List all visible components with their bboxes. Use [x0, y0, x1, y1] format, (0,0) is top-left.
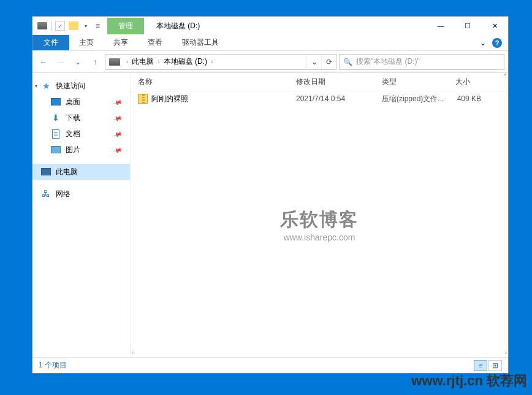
corner-watermark: www.rjtj.cn 软荐网 — [411, 372, 527, 390]
sidebar-documents[interactable]: 文档 📌 — [32, 126, 130, 142]
refresh-button[interactable]: ⟳ — [321, 55, 336, 69]
sidebar-pictures[interactable]: 图片 📌 — [32, 142, 130, 158]
pin-icon: 📌 — [113, 113, 123, 123]
ribbon-tab-share[interactable]: 共享 — [104, 35, 138, 50]
sidebar-label: 桌面 — [66, 97, 80, 107]
titlebar: ✓ ▾ ≡ 管理 本地磁盘 (D:) — ☐ ✕ — [32, 17, 508, 35]
qat-customize-icon[interactable]: ≡ — [93, 21, 102, 30]
close-button[interactable]: ✕ — [481, 17, 508, 35]
pictures-icon — [51, 146, 61, 153]
column-headers: 名称 修改日期 类型 大小 — [131, 73, 508, 91]
file-row[interactable]: 阿刚的裸照 2021/7/14 0:54 压缩(zipped)文件... 409… — [131, 91, 508, 106]
breadcrumb-sep[interactable]: › — [124, 58, 131, 65]
sidebar-network[interactable]: 🖧 网络 — [32, 186, 130, 202]
file-list[interactable]: 阿刚的裸照 2021/7/14 0:54 压缩(zipped)文件... 409… — [131, 91, 508, 357]
nav-up-button[interactable]: ↑ — [88, 55, 102, 69]
address-dropdown-icon[interactable]: ⌄ — [306, 55, 321, 69]
navigation-pane: ▾ ★ 快速访问 桌面 📌 ⬇ 下载 📌 文档 📌 — [32, 73, 131, 357]
sidebar-this-pc[interactable]: 此电脑 — [32, 164, 130, 180]
drive-icon[interactable] — [37, 22, 47, 29]
sidebar-downloads[interactable]: ⬇ 下载 📌 — [32, 110, 130, 126]
file-explorer-window: ✓ ▾ ≡ 管理 本地磁盘 (D:) — ☐ ✕ 文件 主页 共享 查看 驱动器… — [32, 16, 509, 374]
contextual-tab-manage[interactable]: 管理 — [107, 18, 144, 34]
column-header-type[interactable]: 类型 — [382, 77, 455, 87]
maximize-button[interactable]: ☐ — [454, 17, 481, 35]
expand-caret-icon[interactable]: ▾ — [35, 83, 37, 89]
navigation-bar: ← → ⌄ ↑ › 此电脑 › 本地磁盘 (D:) › ⌄ ⟳ 🔍 搜索"本地磁… — [32, 51, 508, 73]
file-list-pane: ˄ 名称 修改日期 类型 大小 阿刚的裸照 2021/7/14 0:54 压缩(… — [131, 73, 508, 357]
nav-back-button[interactable]: ← — [36, 55, 51, 69]
sidebar-label: 网络 — [56, 189, 70, 199]
scroll-left-icon[interactable]: ‹ — [132, 349, 134, 356]
status-bar: 1 个项目 ≡ ⊞ — [32, 357, 508, 373]
desktop-icon — [51, 98, 61, 105]
content-area: ▾ ★ 快速访问 桌面 📌 ⬇ 下载 📌 文档 📌 — [32, 73, 508, 357]
document-icon — [52, 129, 59, 139]
breadcrumb-sep[interactable]: › — [155, 58, 162, 65]
ribbon-tab-file[interactable]: 文件 — [32, 35, 69, 50]
ribbon-tab-drivetools[interactable]: 驱动器工具 — [172, 35, 229, 50]
scroll-right-icon[interactable]: › — [505, 349, 507, 356]
pin-icon: 📌 — [113, 97, 123, 107]
file-name: 阿刚的裸照 — [151, 94, 188, 104]
watermark-sub: www.isharepc.com — [280, 232, 359, 242]
qat-dropdown-icon[interactable]: ▾ — [82, 23, 89, 29]
zip-icon — [138, 94, 148, 104]
status-item-count: 1 个项目 — [39, 360, 67, 370]
column-header-size[interactable]: 大小 — [455, 77, 508, 87]
breadcrumb-drive[interactable]: 本地磁盘 (D:) — [162, 56, 208, 67]
ribbon-tab-home[interactable]: 主页 — [69, 35, 104, 50]
nav-forward-button[interactable]: → — [53, 55, 68, 69]
sidebar-label: 下载 — [66, 113, 80, 123]
star-icon: ★ — [41, 81, 51, 91]
minimize-button[interactable]: — — [427, 17, 454, 35]
quick-access-toolbar: ✓ ▾ ≡ — [32, 21, 107, 31]
help-icon[interactable]: ? — [492, 38, 502, 48]
properties-icon[interactable]: ✓ — [55, 21, 65, 31]
nav-history-dropdown[interactable]: ⌄ — [70, 55, 85, 69]
window-controls: — ☐ ✕ — [427, 17, 508, 35]
watermark-main: 乐软博客 — [280, 207, 359, 232]
watermark: 乐软博客 www.isharepc.com — [280, 207, 359, 242]
file-type: 压缩(zipped)文件... — [382, 94, 455, 104]
pin-icon: 📌 — [113, 145, 123, 155]
sidebar-label: 此电脑 — [56, 167, 78, 177]
view-details-button[interactable]: ≡ — [474, 360, 487, 371]
sidebar-label: 图片 — [66, 145, 80, 155]
pc-icon — [41, 168, 51, 175]
sidebar-quick-access[interactable]: ▾ ★ 快速访问 — [32, 78, 130, 94]
search-input[interactable]: 🔍 搜索"本地磁盘 (D:)" — [339, 54, 504, 70]
ribbon-tab-view[interactable]: 查看 — [138, 35, 172, 50]
column-header-date[interactable]: 修改日期 — [296, 77, 382, 87]
column-overflow-icon[interactable]: ˄ — [504, 73, 507, 80]
folder-icon[interactable] — [69, 21, 78, 30]
file-date: 2021/7/14 0:54 — [296, 94, 382, 103]
pin-icon: 📌 — [113, 129, 123, 139]
download-icon: ⬇ — [51, 113, 61, 123]
column-header-name[interactable]: 名称 — [138, 77, 296, 87]
file-size: 409 KB — [455, 94, 508, 103]
search-icon: 🔍 — [343, 58, 352, 66]
breadcrumb-thispc[interactable]: 此电脑 — [131, 56, 155, 67]
view-icons-button[interactable]: ⊞ — [488, 360, 502, 371]
window-title: 本地磁盘 (D:) — [144, 21, 200, 31]
network-icon: 🖧 — [41, 189, 51, 199]
sidebar-label: 快速访问 — [56, 81, 85, 91]
address-drive-icon — [109, 58, 120, 66]
ribbon-expand-icon[interactable]: ⌄ — [480, 39, 486, 47]
ribbon: 文件 主页 共享 查看 驱动器工具 ⌄ ? — [32, 35, 508, 51]
address-bar[interactable]: › 此电脑 › 本地磁盘 (D:) › ⌄ ⟳ — [105, 54, 336, 70]
sidebar-label: 文档 — [66, 129, 80, 139]
sidebar-desktop[interactable]: 桌面 📌 — [32, 94, 130, 110]
breadcrumb-sep[interactable]: › — [208, 58, 215, 65]
search-placeholder: 搜索"本地磁盘 (D:)" — [356, 56, 420, 67]
separator — [51, 21, 51, 31]
